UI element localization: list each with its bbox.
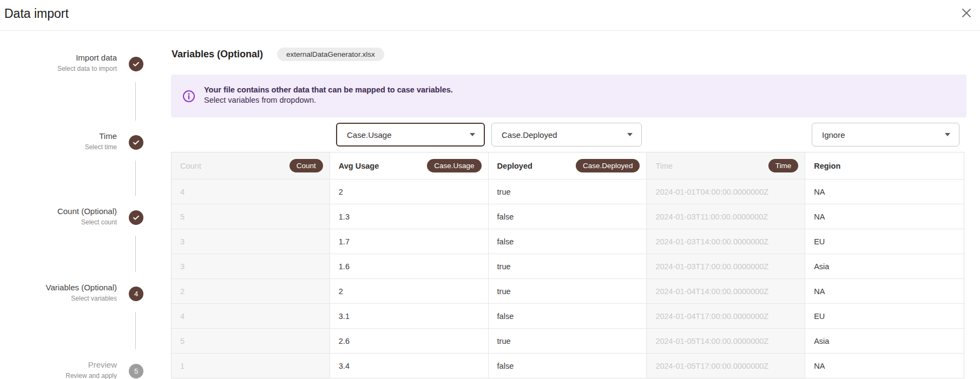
banner-message-bold: Your file contains other data that can b…: [204, 85, 453, 95]
mapping-badge: Case.Deployed: [576, 159, 640, 172]
step-circle-done: [129, 57, 143, 71]
table-cell: NA: [805, 204, 964, 229]
step-text: Preview Review and apply: [65, 360, 117, 379]
stepper-connector: [135, 82, 136, 121]
table-cell: 4: [172, 179, 330, 204]
table-row: 22true2024-01-04T14:00:00.0000000ZNA: [172, 278, 964, 303]
stepper-step-import-data[interactable]: Import data Select data to import: [0, 52, 143, 73]
check-icon: [132, 138, 140, 147]
step-text: Time Select time: [85, 131, 117, 151]
column-label: Count: [180, 162, 201, 170]
dropdown-value: Case.Usage: [347, 130, 392, 139]
column-label: Deployed: [497, 162, 532, 170]
dialog-titlebar: Data import: [0, 0, 980, 31]
table-cell: false: [489, 304, 647, 328]
close-icon: [961, 7, 972, 19]
table-cell: true: [489, 279, 647, 303]
dropdown-value: Ignore: [822, 130, 845, 139]
check-icon: [132, 214, 140, 222]
column-label: Time: [655, 162, 673, 170]
step-title: Preview: [65, 360, 117, 370]
table-cell: Asia: [805, 329, 964, 353]
step-subtitle: Select data to import: [57, 65, 117, 73]
table-row: 31.6true2024-01-03T17:00:00.0000000ZAsia: [172, 254, 964, 278]
step-title: Import data: [57, 52, 117, 63]
caret-down-icon: [627, 133, 633, 136]
step-circle-upcoming: 5: [129, 364, 143, 378]
table-cell: 5: [172, 204, 330, 229]
deployed-mapping-dropdown[interactable]: Case.Deployed: [491, 123, 642, 147]
page-title: Variables (Optional): [172, 49, 263, 60]
stepper-step-variables[interactable]: Variables (Optional) Select variables 4: [0, 282, 143, 303]
table-cell: EU: [805, 229, 964, 254]
column-label: Region: [814, 162, 840, 170]
step-circle-done: [129, 135, 143, 150]
step-number: 5: [134, 367, 138, 375]
stepper-connector: [135, 312, 136, 349]
step-circle-active: 4: [129, 287, 143, 301]
column-header: DeployedCase.Deployed: [489, 152, 647, 179]
table-cell: NA: [805, 354, 964, 378]
step-subtitle: Select time: [85, 143, 117, 151]
step-text: Import data Select data to import: [57, 52, 117, 73]
table-cell: 3: [172, 254, 330, 278]
table-cell: 2: [330, 279, 489, 303]
info-icon: [182, 90, 195, 103]
table-cell: EU: [805, 304, 964, 328]
table-cell: NA: [805, 279, 964, 303]
column-header: Avg UsageCase.Usage: [330, 152, 489, 179]
mapping-badge: Case.Usage: [427, 159, 481, 172]
mapping-badge: Count: [290, 159, 323, 172]
table-cell: false: [489, 229, 647, 254]
table-cell: Asia: [805, 254, 964, 278]
table-header-row: CountCountAvg UsageCase.UsageDeployedCas…: [172, 152, 964, 179]
avg-usage-mapping-dropdown[interactable]: Case.Usage: [336, 123, 485, 147]
dialog-title: Data import: [4, 6, 69, 21]
table-cell: 2024-01-05T14:00:00.0000000Z: [647, 329, 805, 353]
step-subtitle: Select count: [57, 218, 117, 227]
caret-down-icon: [945, 133, 950, 136]
table-cell: NA: [805, 179, 964, 204]
table-cell: true: [489, 254, 647, 278]
table-cell: 3.1: [330, 304, 489, 328]
close-button[interactable]: [959, 6, 974, 20]
file-chip: externalDataGenerator.xlsx: [277, 48, 384, 61]
banner-text: Your file contains other data that can b…: [204, 85, 453, 105]
column-header: Region: [805, 152, 964, 179]
table-row: 43.1false2024-01-04T17:00:00.0000000ZEU: [172, 303, 964, 328]
step-title: Count (Optional): [57, 206, 117, 216]
table-cell: true: [489, 179, 647, 204]
table-cell: 3: [172, 229, 330, 254]
step-circle-done: [129, 210, 143, 225]
table-row: 51.3false2024-01-03T11:00:00.0000000ZNA: [172, 204, 964, 229]
stepper-step-count[interactable]: Count (Optional) Select count: [0, 206, 143, 227]
table-cell: 2: [330, 179, 489, 204]
table-cell: 2024-01-05T17:00:00.0000000Z: [647, 354, 805, 378]
table-cell: 2024-01-04T17:00:00.0000000Z: [647, 304, 805, 328]
banner-message: Select variables from dropdown.: [204, 95, 453, 105]
table-cell: 2: [172, 279, 330, 303]
table-cell: 3.4: [330, 354, 489, 378]
stepper-connector: [135, 161, 136, 196]
stepper-step-preview[interactable]: Preview Review and apply 5: [0, 360, 143, 379]
table-cell: 5: [172, 329, 330, 353]
column-header: TimeTime: [647, 152, 805, 179]
step-text: Count (Optional) Select count: [57, 206, 117, 227]
table-cell: 1.7: [330, 229, 489, 254]
table-cell: 2024-01-04T14:00:00.0000000Z: [647, 279, 805, 303]
step-text: Variables (Optional) Select variables: [46, 282, 117, 303]
column-label: Avg Usage: [339, 162, 379, 170]
table-cell: 1: [172, 354, 330, 378]
step-title: Variables (Optional): [46, 282, 117, 292]
check-icon: [132, 60, 140, 68]
table-cell: 4: [172, 304, 330, 328]
region-mapping-dropdown[interactable]: Ignore: [812, 123, 959, 147]
table-cell: 1.6: [330, 254, 489, 278]
preview-table: CountCountAvg UsageCase.UsageDeployedCas…: [171, 152, 964, 378]
column-header: CountCount: [172, 152, 330, 179]
dropdown-value: Case.Deployed: [502, 130, 557, 139]
mapping-badge: Time: [768, 159, 799, 172]
stepper-connector: [135, 236, 136, 272]
stepper-step-time[interactable]: Time Select time: [0, 131, 143, 151]
step-subtitle: Select variables: [46, 295, 117, 303]
